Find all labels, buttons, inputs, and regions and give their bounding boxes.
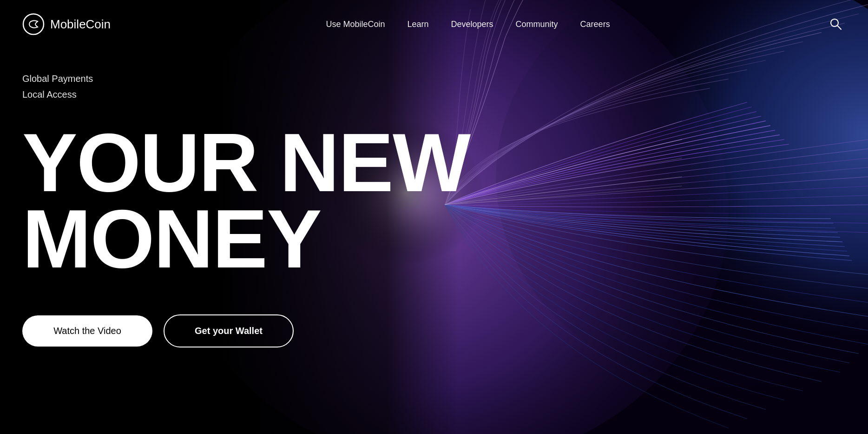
nav-brand-name: MobileCoin — [50, 17, 111, 32]
search-button[interactable] — [825, 13, 846, 35]
hero-subtitle-line1: Global Payments — [22, 72, 846, 86]
hero-title-line2: MONEY — [22, 193, 321, 285]
nav-logo[interactable]: MobileCoin — [22, 13, 111, 35]
get-wallet-button[interactable]: Get your Wallet — [164, 314, 294, 347]
search-icon — [829, 17, 842, 30]
hero-section: Global Payments Local Access YOUR NEW MO… — [0, 53, 868, 347]
nav-links: Use MobileCoin Learn Developers Communit… — [326, 20, 610, 29]
watch-video-button[interactable]: Watch the Video — [22, 315, 152, 347]
nav-link-careers[interactable]: Careers — [580, 20, 610, 29]
hero-buttons: Watch the Video Get your Wallet — [22, 314, 846, 347]
hero-subtitle-line2: Local Access — [22, 87, 846, 101]
mobilecoin-logo-icon — [22, 13, 45, 35]
nav-link-developers[interactable]: Developers — [451, 20, 493, 29]
navbar: MobileCoin Use MobileCoin Learn Develope… — [0, 0, 868, 48]
nav-link-learn[interactable]: Learn — [407, 20, 428, 29]
nav-link-community[interactable]: Community — [516, 20, 558, 29]
nav-right — [825, 13, 846, 35]
nav-link-use-mobilecoin[interactable]: Use MobileCoin — [326, 20, 385, 29]
hero-title: YOUR NEW MONEY — [22, 125, 846, 277]
svg-line-7 — [837, 26, 841, 29]
svg-point-5 — [23, 14, 44, 34]
